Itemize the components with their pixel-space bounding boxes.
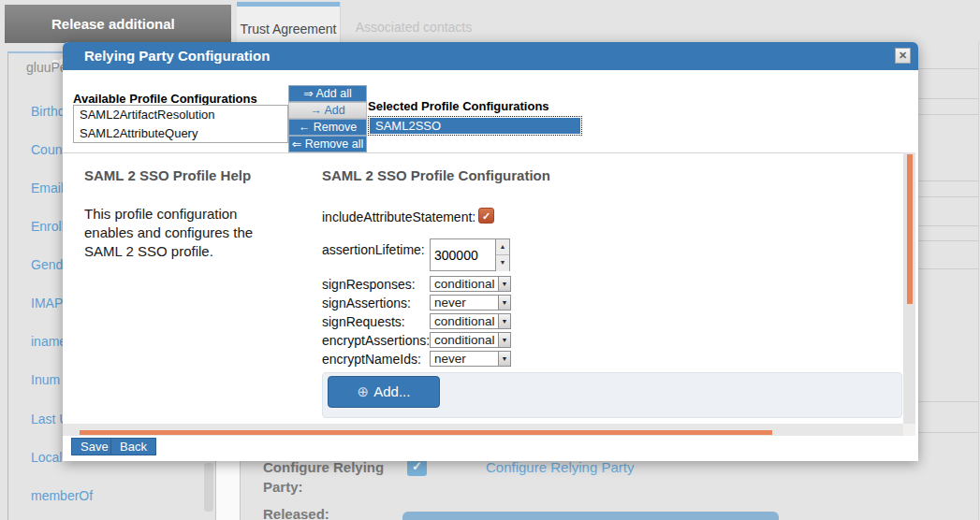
assertion-lifetime-stepper: ▲ ▼ — [496, 238, 510, 271]
available-profiles-list[interactable]: SAML2ArtifactResolution SAML2AttributeQu… — [73, 105, 288, 143]
assertion-lifetime-input[interactable] — [430, 238, 496, 271]
bg-row-divider — [918, 114, 978, 115]
close-icon[interactable]: ✕ — [895, 48, 911, 64]
bg-row-divider — [918, 196, 978, 197]
encrypt-assertions-label: encryptAssertions: — [322, 333, 430, 348]
select-value: conditional — [434, 333, 495, 347]
chevron-down-icon: ▼ — [498, 333, 510, 347]
add-profile-panel: ⊕Add... — [322, 372, 902, 418]
sidebar-item-imap[interactable]: IMAP — [31, 296, 63, 311]
back-button[interactable]: Back — [110, 438, 156, 455]
select-value: never — [434, 352, 466, 366]
add-profile-button[interactable]: ⊕Add... — [328, 376, 440, 408]
add-button[interactable]: → Add — [288, 102, 367, 119]
available-profiles-label: Available Profile Configurations — [73, 92, 257, 106]
sidebar-scrollbar-thumb[interactable] — [204, 463, 213, 512]
spinner-down-icon[interactable]: ▼ — [496, 255, 509, 271]
scrollbar-corner — [903, 424, 915, 436]
sidebar-item-locale[interactable]: Local — [31, 450, 62, 465]
bg-row-divider — [918, 240, 978, 241]
sidebar-item-email[interactable]: Email — [31, 181, 64, 195]
check-icon: ✓ — [482, 210, 490, 222]
help-section-title: SAML 2 SSO Profile Help — [84, 167, 251, 183]
bg-row-divider — [918, 401, 978, 402]
spinner-up-icon[interactable]: ▲ — [496, 239, 509, 255]
list-item-selected[interactable]: SAML2SSO — [370, 118, 580, 134]
chevron-down-icon: ▼ — [498, 296, 510, 310]
sidebar-item-iname[interactable]: iname — [31, 334, 66, 349]
horizontal-scrollbar-thumb[interactable] — [80, 430, 772, 435]
encrypt-nameids-select[interactable]: never ▼ — [430, 351, 511, 367]
bg-row-divider — [918, 432, 978, 433]
sidebar-item-country[interactable]: Coun — [31, 142, 62, 157]
bg-row-divider — [918, 181, 978, 181]
select-value: never — [434, 296, 466, 310]
add-button-label: Add... — [373, 383, 410, 399]
sign-assertions-label: signAssertions: — [322, 296, 411, 311]
profile-config-content: SAML 2 SSO Profile Help This profile con… — [63, 152, 903, 424]
dialog-header: Relying Party Configuration — [63, 42, 918, 70]
add-all-button[interactable]: ⇒ Add all — [288, 85, 367, 102]
help-section-body: This profile configuration enables and c… — [84, 205, 257, 261]
chevron-down-icon: ▼ — [498, 314, 510, 328]
sidebar-item-enrollment[interactable]: Enroll — [31, 219, 65, 234]
chevron-down-icon: ▼ — [498, 352, 510, 366]
sidebar-item-gender[interactable]: Gend — [31, 257, 63, 272]
bg-row-divider — [918, 68, 978, 69]
relying-party-configuration-dialog: Relying Party Configuration ✕ Available … — [63, 42, 918, 461]
select-value: conditional — [434, 314, 495, 328]
list-item[interactable]: SAML2AttributeQuery — [74, 124, 287, 143]
sign-responses-label: signResponses: — [322, 277, 416, 292]
released-panel-top — [402, 512, 779, 520]
content-gap-column — [216, 461, 241, 520]
bg-row-divider — [918, 98, 978, 99]
remove-button[interactable]: ← Remove — [288, 119, 367, 136]
sidebar-item-memberof[interactable]: memberOf — [31, 488, 93, 503]
configure-relying-party-link[interactable]: Configure Relying Party — [486, 459, 634, 475]
dialog-title: Relying Party Configuration — [63, 42, 918, 70]
bg-row-divider — [918, 225, 978, 226]
selected-profiles-label: Selected Profile Configurations — [368, 99, 549, 113]
config-section-title: SAML 2 SSO Profile Configuration — [322, 167, 550, 183]
sign-requests-select[interactable]: conditional ▼ — [430, 313, 511, 329]
configure-relying-party-label: Configure Relying Party: — [263, 457, 389, 497]
list-item[interactable]: SAML2ArtifactResolution — [74, 106, 287, 124]
panel-header-release-attributes: Release additional attributes — [5, 5, 231, 43]
check-icon: ✓ — [412, 459, 422, 473]
sign-responses-select[interactable]: conditional ▼ — [430, 276, 511, 292]
remove-all-button[interactable]: ⇐ Remove all — [288, 136, 367, 152]
plus-icon: ⊕ — [358, 383, 370, 399]
select-value: conditional — [434, 277, 495, 291]
encrypt-nameids-label: encryptNameIds: — [322, 352, 421, 367]
include-attribute-statement-checkbox[interactable]: ✓ — [478, 208, 494, 224]
vertical-scrollbar-thumb[interactable] — [907, 154, 913, 304]
released-label: Released: — [263, 504, 329, 520]
assertion-lifetime-label: assertionLifetime: — [322, 242, 425, 257]
bg-right-border — [978, 42, 979, 520]
transfer-button-stack: ⇒ Add all → Add ← Remove ⇐ Remove all — [288, 85, 367, 152]
sidebar-item-birthdate[interactable]: Birthd — [31, 104, 66, 119]
include-attribute-statement-label: includeAttributeStatement: — [322, 209, 475, 224]
sign-assertions-select[interactable]: never ▼ — [430, 295, 511, 311]
encrypt-assertions-select[interactable]: conditional ▼ — [430, 332, 511, 348]
page: Release additional attributes Trust Agre… — [0, 0, 980, 520]
sign-requests-label: signRequests: — [322, 314, 405, 329]
sidebar-item-inum[interactable]: Inum — [31, 372, 60, 387]
selected-profiles-list[interactable]: SAML2SSO — [368, 116, 582, 136]
bg-row-divider — [918, 268, 978, 269]
chevron-down-icon: ▼ — [498, 277, 510, 291]
